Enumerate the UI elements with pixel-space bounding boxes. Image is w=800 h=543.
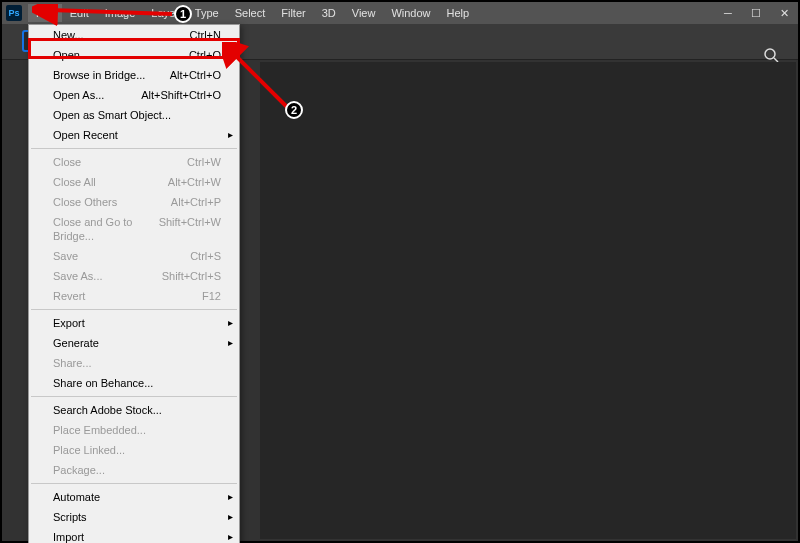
app-window: Ps FileEditImageLayerTypeSelectFilter3DV…	[0, 0, 800, 543]
menuitem-automate[interactable]: Automate	[29, 487, 239, 507]
menuitem-label: Share...	[53, 356, 92, 370]
menuitem-search-adobe-stock[interactable]: Search Adobe Stock...	[29, 400, 239, 420]
menuitem-label: Close All	[53, 175, 96, 189]
menuitem-revert: RevertF12	[29, 286, 239, 306]
menuitem-label: Close	[53, 155, 81, 169]
menuitem-label: Export	[53, 316, 85, 330]
menuitem-label: Save As...	[53, 269, 103, 283]
menu-view[interactable]: View	[344, 4, 384, 22]
menuitem-browse-in-bridge[interactable]: Browse in Bridge...Alt+Ctrl+O	[29, 65, 239, 85]
menuitem-label: Generate	[53, 336, 99, 350]
menuitem-import[interactable]: Import	[29, 527, 239, 543]
menuitem-label: Open as Smart Object...	[53, 108, 171, 122]
file-menu-dropdown: New...Ctrl+NOpen...Ctrl+OBrowse in Bridg…	[28, 24, 240, 543]
menu-file[interactable]: File	[28, 4, 62, 22]
menu-separator	[31, 483, 237, 484]
svg-point-0	[765, 49, 775, 59]
menu-window[interactable]: Window	[383, 4, 438, 22]
menuitem-label: Place Embedded...	[53, 423, 146, 437]
menuitem-place-linked: Place Linked...	[29, 440, 239, 460]
menuitem-close-and-go-to-bridge: Close and Go to Bridge...Shift+Ctrl+W	[29, 212, 239, 246]
menu-separator	[31, 396, 237, 397]
menuitem-label: Open As...	[53, 88, 104, 102]
menuitem-label: Package...	[53, 463, 105, 477]
close-window-button[interactable]: ✕	[770, 2, 798, 24]
menu-bar: Ps FileEditImageLayerTypeSelectFilter3DV…	[2, 2, 798, 24]
maximize-button[interactable]: ☐	[742, 2, 770, 24]
menuitem-close: CloseCtrl+W	[29, 152, 239, 172]
menuitem-shortcut: Alt+Ctrl+W	[168, 175, 221, 189]
menuitem-label: Save	[53, 249, 78, 263]
menu-separator	[31, 309, 237, 310]
menuitem-label: Open Recent	[53, 128, 118, 142]
menuitem-export[interactable]: Export	[29, 313, 239, 333]
app-logo-icon: Ps	[6, 5, 22, 21]
menuitem-label: Search Adobe Stock...	[53, 403, 162, 417]
menuitem-shortcut: Alt+Ctrl+P	[171, 195, 221, 209]
menuitem-close-others: Close OthersAlt+Ctrl+P	[29, 192, 239, 212]
menuitem-shortcut: Ctrl+N	[190, 28, 221, 42]
menu-edit[interactable]: Edit	[62, 4, 97, 22]
menuitem-place-embedded: Place Embedded...	[29, 420, 239, 440]
menuitem-shortcut: Alt+Ctrl+O	[170, 68, 221, 82]
menuitem-close-all: Close AllAlt+Ctrl+W	[29, 172, 239, 192]
menuitem-label: Browse in Bridge...	[53, 68, 145, 82]
menu-3d[interactable]: 3D	[314, 4, 344, 22]
menuitem-open-as[interactable]: Open As...Alt+Shift+Ctrl+O	[29, 85, 239, 105]
menuitem-shortcut: Ctrl+S	[190, 249, 221, 263]
menu-filter[interactable]: Filter	[273, 4, 313, 22]
menuitem-share: Share...	[29, 353, 239, 373]
menuitem-open-recent[interactable]: Open Recent	[29, 125, 239, 145]
menuitem-share-on-behance[interactable]: Share on Behance...	[29, 373, 239, 393]
menuitem-label: Automate	[53, 490, 100, 504]
menuitem-shortcut: Alt+Shift+Ctrl+O	[141, 88, 221, 102]
menuitem-label: Revert	[53, 289, 85, 303]
menuitem-label: Import	[53, 530, 84, 543]
menuitem-shortcut: Ctrl+O	[189, 48, 221, 62]
menu-help[interactable]: Help	[439, 4, 478, 22]
menuitem-open[interactable]: Open...Ctrl+O	[29, 45, 239, 65]
menuitem-label: Open...	[53, 48, 89, 62]
menuitem-label: Close and Go to Bridge...	[53, 215, 159, 243]
menuitem-shortcut: Shift+Ctrl+W	[159, 215, 221, 243]
menuitem-shortcut: Shift+Ctrl+S	[162, 269, 221, 283]
menuitem-package: Package...	[29, 460, 239, 480]
menuitem-label: Close Others	[53, 195, 117, 209]
menuitem-shortcut: F12	[202, 289, 221, 303]
menuitem-save: SaveCtrl+S	[29, 246, 239, 266]
menu-select[interactable]: Select	[227, 4, 274, 22]
menuitem-new[interactable]: New...Ctrl+N	[29, 25, 239, 45]
window-controls: ─ ☐ ✕	[714, 2, 798, 24]
menuitem-generate[interactable]: Generate	[29, 333, 239, 353]
annotation-badge-1: 1	[174, 5, 192, 23]
minimize-button[interactable]: ─	[714, 2, 742, 24]
menuitem-label: Scripts	[53, 510, 87, 524]
menuitem-label: Place Linked...	[53, 443, 125, 457]
menu-separator	[31, 148, 237, 149]
menuitem-label: Share on Behance...	[53, 376, 153, 390]
annotation-badge-2: 2	[285, 101, 303, 119]
menuitem-scripts[interactable]: Scripts	[29, 507, 239, 527]
canvas-area	[260, 62, 796, 539]
menu-type[interactable]: Type	[187, 4, 227, 22]
menuitem-open-as-smart-object[interactable]: Open as Smart Object...	[29, 105, 239, 125]
menuitem-shortcut: Ctrl+W	[187, 155, 221, 169]
menuitem-label: New...	[53, 28, 84, 42]
menu-image[interactable]: Image	[97, 4, 144, 22]
menuitem-save-as: Save As...Shift+Ctrl+S	[29, 266, 239, 286]
